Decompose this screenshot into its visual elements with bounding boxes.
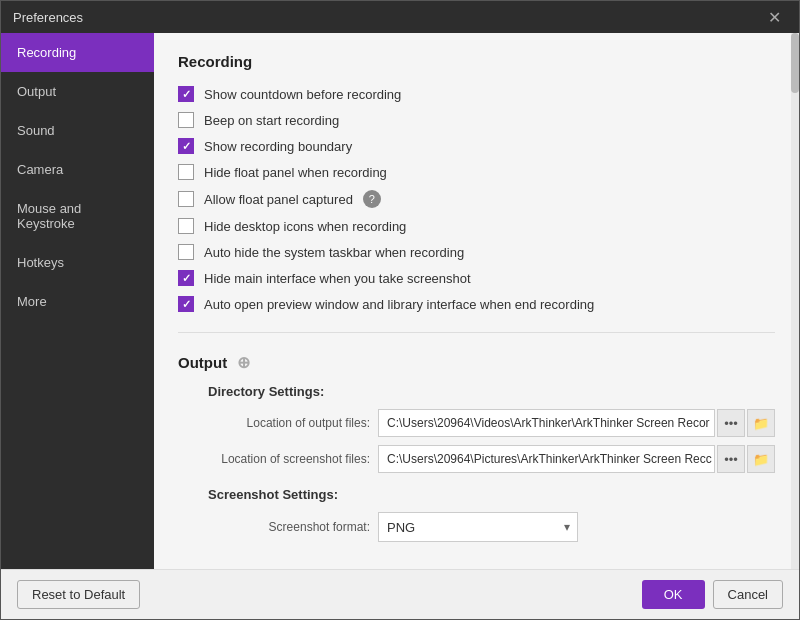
output-section-title: Output ⊕	[178, 353, 775, 372]
checkbox-hide-desktop-icons: Hide desktop icons when recording	[178, 218, 775, 234]
checkbox-show-boundary-input[interactable]	[178, 138, 194, 154]
screenshot-settings-title: Screenshot Settings:	[208, 487, 775, 502]
checkbox-hide-main-interface-input[interactable]	[178, 270, 194, 286]
screenshot-location-folder-button[interactable]: 📁	[747, 445, 775, 473]
checkbox-hide-float: Hide float panel when recording	[178, 164, 775, 180]
sidebar-item-more[interactable]: More	[1, 282, 154, 321]
ok-button[interactable]: OK	[642, 580, 705, 609]
window-title: Preferences	[13, 10, 83, 25]
sidebar-item-label: Sound	[17, 123, 55, 138]
directory-settings-title: Directory Settings:	[208, 384, 775, 399]
output-location-value: C:\Users\20964\Videos\ArkThinker\ArkThin…	[378, 409, 715, 437]
sidebar-item-label: Recording	[17, 45, 76, 60]
checkbox-hide-desktop-icons-input[interactable]	[178, 218, 194, 234]
footer: Reset to Default OK Cancel	[1, 569, 799, 619]
move-icon: ⊕	[237, 353, 250, 372]
format-label: Screenshot format:	[178, 520, 378, 534]
checkbox-auto-hide-taskbar-input[interactable]	[178, 244, 194, 260]
sidebar-item-sound[interactable]: Sound	[1, 111, 154, 150]
scrollbar-thumb[interactable]	[791, 33, 799, 93]
output-location-buttons: ••• 📁	[717, 409, 775, 437]
checkbox-beep-start: Beep on start recording	[178, 112, 775, 128]
checkbox-hide-desktop-icons-label[interactable]: Hide desktop icons when recording	[204, 219, 406, 234]
checkbox-show-boundary: Show recording boundary	[178, 138, 775, 154]
output-location-label: Location of output files:	[178, 416, 378, 430]
checkbox-allow-float-captured: Allow float panel captured ?	[178, 190, 775, 208]
help-icon[interactable]: ?	[363, 190, 381, 208]
titlebar: Preferences ✕	[1, 1, 799, 33]
format-select[interactable]: PNG JPG BMP GIF	[378, 512, 578, 542]
output-title-text: Output	[178, 354, 227, 371]
checkbox-allow-float-captured-input[interactable]	[178, 191, 194, 207]
checkbox-auto-open-preview-input[interactable]	[178, 296, 194, 312]
checkbox-auto-hide-taskbar-label[interactable]: Auto hide the system taskbar when record…	[204, 245, 464, 260]
output-files-row: Location of output files: C:\Users\20964…	[178, 409, 775, 437]
checkbox-show-countdown-label[interactable]: Show countdown before recording	[204, 87, 401, 102]
sidebar-item-camera[interactable]: Camera	[1, 150, 154, 189]
checkbox-show-boundary-label[interactable]: Show recording boundary	[204, 139, 352, 154]
sidebar-item-label: Output	[17, 84, 56, 99]
reset-to-default-button[interactable]: Reset to Default	[17, 580, 140, 609]
content-wrapper: Recording Show countdown before recordin…	[154, 33, 799, 569]
section-divider	[178, 332, 775, 333]
checkbox-hide-main-interface-label[interactable]: Hide main interface when you take screen…	[204, 271, 471, 286]
sidebar-item-label: Camera	[17, 162, 63, 177]
screenshot-files-row: Location of screenshot files: C:\Users\2…	[178, 445, 775, 473]
screenshot-location-buttons: ••• 📁	[717, 445, 775, 473]
checkbox-auto-hide-taskbar: Auto hide the system taskbar when record…	[178, 244, 775, 260]
screenshot-location-value: C:\Users\20964\Pictures\ArkThinker\ArkTh…	[378, 445, 715, 473]
sidebar-item-label: Hotkeys	[17, 255, 64, 270]
checkbox-beep-start-input[interactable]	[178, 112, 194, 128]
sidebar: Recording Output Sound Camera Mouse and …	[1, 33, 154, 569]
sidebar-item-recording[interactable]: Recording	[1, 33, 154, 72]
screenshot-format-row: Screenshot format: PNG JPG BMP GIF	[178, 512, 775, 542]
scrollbar[interactable]	[791, 33, 799, 569]
format-select-wrapper: PNG JPG BMP GIF	[378, 512, 578, 542]
checkbox-show-countdown: Show countdown before recording	[178, 86, 775, 102]
screenshot-location-label: Location of screenshot files:	[178, 452, 378, 466]
preferences-window: Preferences ✕ Recording Output Sound Cam…	[0, 0, 800, 620]
checkbox-auto-open-preview: Auto open preview window and library int…	[178, 296, 775, 312]
main-body: Recording Output Sound Camera Mouse and …	[1, 33, 799, 569]
checkbox-allow-float-captured-label[interactable]: Allow float panel captured	[204, 192, 353, 207]
recording-section-title: Recording	[178, 53, 775, 70]
output-location-folder-button[interactable]: 📁	[747, 409, 775, 437]
screenshot-location-dots-button[interactable]: •••	[717, 445, 745, 473]
checkbox-hide-float-label[interactable]: Hide float panel when recording	[204, 165, 387, 180]
checkbox-hide-float-input[interactable]	[178, 164, 194, 180]
content-area: Recording Show countdown before recordin…	[154, 33, 799, 569]
checkbox-beep-start-label[interactable]: Beep on start recording	[204, 113, 339, 128]
close-button[interactable]: ✕	[762, 6, 787, 29]
sidebar-item-hotkeys[interactable]: Hotkeys	[1, 243, 154, 282]
checkbox-show-countdown-input[interactable]	[178, 86, 194, 102]
output-location-dots-button[interactable]: •••	[717, 409, 745, 437]
sidebar-item-mouse-keystroke[interactable]: Mouse and Keystroke	[1, 189, 154, 243]
checkbox-hide-main-interface: Hide main interface when you take screen…	[178, 270, 775, 286]
footer-right: OK Cancel	[642, 580, 783, 609]
checkbox-auto-open-preview-label[interactable]: Auto open preview window and library int…	[204, 297, 594, 312]
sidebar-item-label: Mouse and Keystroke	[17, 201, 81, 231]
sidebar-item-output[interactable]: Output	[1, 72, 154, 111]
cancel-button[interactable]: Cancel	[713, 580, 783, 609]
sidebar-item-label: More	[17, 294, 47, 309]
output-section: Output ⊕ Directory Settings: Location of…	[178, 353, 775, 550]
